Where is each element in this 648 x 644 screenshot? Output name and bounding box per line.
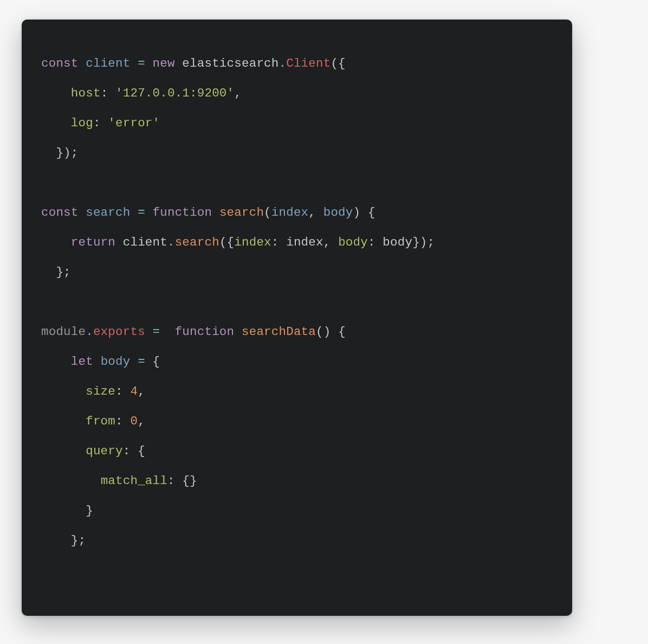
parens: () xyxy=(316,325,331,339)
prop-from: from xyxy=(86,414,115,428)
code-block: const client = new elasticsearch.Client(… xyxy=(22,20,572,575)
brace-open: { xyxy=(368,205,375,220)
param-index: index xyxy=(271,205,309,220)
colon: : xyxy=(93,116,101,130)
indent xyxy=(41,414,86,428)
op-dot: . xyxy=(279,56,287,70)
keyword-const: const xyxy=(41,205,79,220)
paren-close: ) xyxy=(353,205,361,220)
method-search: search xyxy=(175,235,219,249)
prop-index: index xyxy=(234,235,271,249)
ident-body: body xyxy=(101,355,131,369)
keyword-let: let xyxy=(71,355,93,369)
colon: : xyxy=(115,414,123,428)
op-dot: . xyxy=(86,325,93,339)
val-body: body xyxy=(383,235,412,249)
colon: : xyxy=(101,86,108,100)
colon: : xyxy=(115,384,123,398)
class-client: Client xyxy=(286,56,331,70)
op-dot: . xyxy=(167,235,175,249)
comma: , xyxy=(308,205,316,220)
keyword-function: function xyxy=(153,205,212,220)
keyword-new: new xyxy=(153,56,175,70)
brace-close: }); xyxy=(56,146,78,160)
comma: , xyxy=(323,235,331,249)
val-index: index xyxy=(286,235,323,249)
indent xyxy=(41,384,86,398)
string-host: '127.0.0.1:9200' xyxy=(115,86,234,100)
keyword-function: function xyxy=(175,325,235,339)
colon: : xyxy=(123,444,131,458)
prop-host: host xyxy=(71,86,101,100)
indent xyxy=(41,444,86,458)
indent xyxy=(41,86,71,100)
op-eq: = xyxy=(138,355,145,369)
fn-search: search xyxy=(219,205,264,220)
op-eq: = xyxy=(138,56,145,70)
indent xyxy=(41,474,101,488)
num-4: 4 xyxy=(130,384,138,398)
prop-body: body xyxy=(338,235,368,249)
brace-open: { xyxy=(338,325,346,339)
indent xyxy=(41,116,71,130)
prop-query: query xyxy=(86,444,123,458)
brace-open: ({ xyxy=(219,235,234,249)
keyword-return: return xyxy=(71,235,115,249)
braces-empty: {} xyxy=(182,474,197,488)
brace-open: ({ xyxy=(331,56,345,70)
prop-log: log xyxy=(71,116,93,130)
indent xyxy=(41,235,71,249)
ident-module: module xyxy=(41,325,86,339)
brace-close: }; xyxy=(56,265,70,279)
param-body: body xyxy=(323,205,353,220)
brace-open: { xyxy=(138,444,145,458)
brace-close: }; xyxy=(71,533,86,548)
indent xyxy=(41,533,71,548)
keyword-const: const xyxy=(41,56,79,70)
comma: , xyxy=(138,414,145,428)
prop-size: size xyxy=(86,384,115,398)
comma: , xyxy=(138,384,145,398)
indent xyxy=(41,265,56,279)
num-0: 0 xyxy=(130,414,138,428)
indent xyxy=(41,146,56,160)
fn-searchdata: searchData xyxy=(242,325,316,339)
ident-client: client xyxy=(123,235,167,249)
paren-open: ( xyxy=(264,205,271,220)
ident-search: search xyxy=(86,205,130,220)
colon: : xyxy=(271,235,279,249)
string-error: 'error' xyxy=(108,116,160,130)
op-eq: = xyxy=(153,325,160,339)
brace-close: }); xyxy=(412,235,435,249)
indent xyxy=(41,355,71,369)
brace-open: { xyxy=(153,355,160,369)
code-card: const client = new elasticsearch.Client(… xyxy=(22,20,572,616)
ident-exports: exports xyxy=(93,325,145,339)
indent xyxy=(41,504,86,518)
ident-client: client xyxy=(86,56,130,70)
comma: , xyxy=(234,86,242,100)
colon: : xyxy=(167,474,175,488)
colon: : xyxy=(368,235,375,249)
prop-match-all: match_all xyxy=(101,474,167,488)
brace-close: } xyxy=(86,504,93,518)
ident-elasticsearch: elasticsearch xyxy=(182,56,278,70)
op-eq: = xyxy=(138,205,145,220)
